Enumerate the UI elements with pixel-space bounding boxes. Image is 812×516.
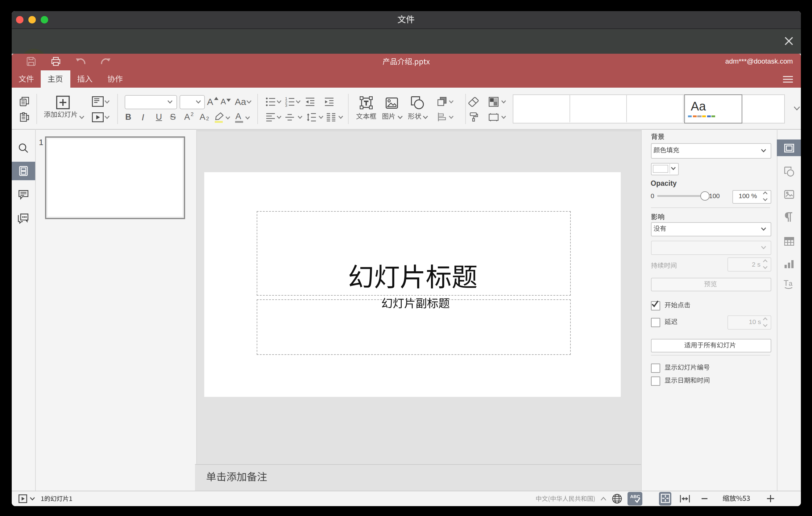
svg-text:T: T <box>783 278 788 288</box>
svg-text:ABC: ABC <box>630 493 640 499</box>
svg-text:a: a <box>788 280 792 287</box>
svg-text:3: 3 <box>285 103 287 107</box>
